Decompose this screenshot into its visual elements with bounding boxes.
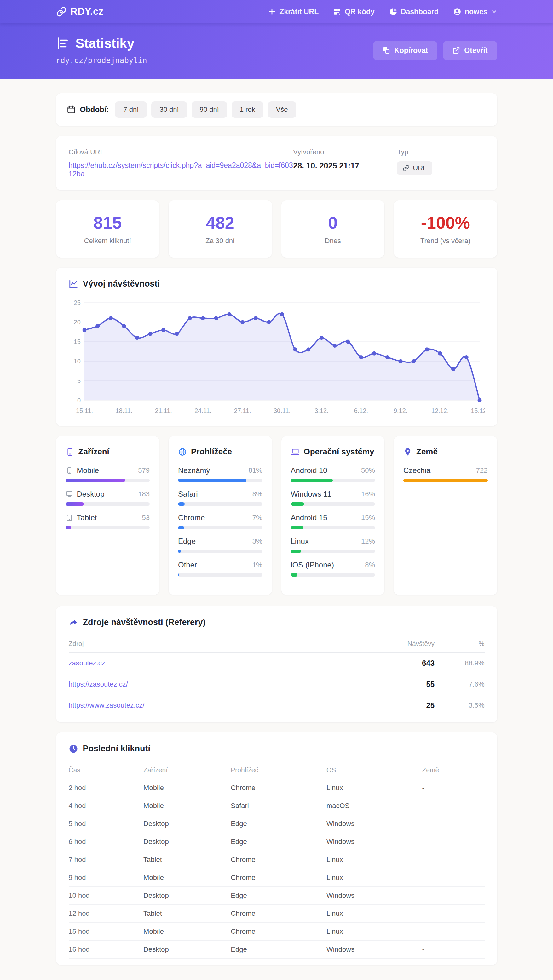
referrer-source-link[interactable]: https://www.zasoutez.cz/ <box>69 701 145 709</box>
svg-text:0: 0 <box>77 397 80 404</box>
os-row-label: Android 10 <box>291 466 327 475</box>
click-cell-country: - <box>422 905 484 923</box>
visits-chart-card: Vývoj návštěvnosti 051015202515.11.18.11… <box>56 268 497 426</box>
user-icon <box>453 8 461 16</box>
stat-label: Za 30 dní <box>175 237 266 245</box>
period-option-30-dní[interactable]: 30 dní <box>151 102 187 118</box>
os-row: iOS (iPhone) 8% <box>291 560 375 577</box>
last-clicks-body: 2 hodMobileChromeLinux-4 hodMobileSafari… <box>69 779 484 959</box>
referrer-row: https://www.zasoutez.cz/ 25 3.5% <box>69 695 484 716</box>
svg-text:15: 15 <box>73 338 80 345</box>
click-cell-time: 4 hod <box>69 797 144 815</box>
devices-bar-track <box>65 502 150 506</box>
type-badge: URL <box>397 161 432 175</box>
click-row: 7 hodTabletChromeLinux- <box>69 851 484 869</box>
nav-shorten-url[interactable]: Zkrátit URL <box>268 8 319 16</box>
os-bar-track <box>291 502 375 506</box>
copy-icon <box>382 47 390 54</box>
nav-dashboard[interactable]: Dashboard <box>389 8 438 16</box>
target-url-label: Cílová URL <box>69 148 293 156</box>
pie-chart-icon <box>389 8 397 16</box>
clicks-header-browser: Prohlížeč <box>231 763 327 779</box>
period-option-1-rok[interactable]: 1 rok <box>232 102 263 118</box>
os-row: Windows 11 16% <box>291 490 375 506</box>
devices-row-value: 183 <box>138 490 150 498</box>
referrers-header-pct: % <box>435 637 484 653</box>
period-option-90-dní[interactable]: 90 dní <box>191 102 227 118</box>
stat-value: 815 <box>62 213 153 232</box>
referrer-visits: 25 <box>368 695 435 716</box>
referrer-pct: 88.9% <box>435 653 484 674</box>
chart-title: Vývoj návštěvnosti <box>83 279 160 289</box>
click-cell-time: 15 hod <box>69 923 144 941</box>
click-cell-time: 12 hod <box>69 905 144 923</box>
click-cell-time: 5 hod <box>69 815 144 833</box>
referrer-source-link[interactable]: https://zasoutez.cz/ <box>69 680 128 688</box>
copy-button[interactable]: Kopírovat <box>373 41 437 60</box>
click-row: 16 hodDesktopEdgeWindows- <box>69 941 484 959</box>
svg-text:20: 20 <box>73 319 80 326</box>
browsers-bar-fill <box>178 573 179 577</box>
os-title: Operační systémy <box>291 447 375 457</box>
browsers-row-label: Neznámý <box>178 466 210 475</box>
click-cell-browser: Edge <box>231 887 327 905</box>
click-cell-device: Tablet <box>143 905 231 923</box>
browsers-row-value: 1% <box>252 561 263 569</box>
nav-shorten-label: Zkrátit URL <box>279 8 319 16</box>
browsers-row-label: Chrome <box>178 513 205 522</box>
clicks-header-country: Země <box>422 763 484 779</box>
click-cell-country: - <box>422 887 484 905</box>
countries-bar-track <box>403 479 488 482</box>
referrer-row: https://zasoutez.cz/ 55 7.6% <box>69 674 484 695</box>
click-cell-os: macOS <box>327 797 422 815</box>
svg-text:6.12.: 6.12. <box>354 407 368 414</box>
period-option-7-dní[interactable]: 7 dní <box>115 102 147 118</box>
referrer-visits: 643 <box>368 653 435 674</box>
click-cell-device: Mobile <box>143 923 231 941</box>
click-cell-country: - <box>422 815 484 833</box>
click-cell-browser: Chrome <box>231 905 327 923</box>
browsers-bar-track <box>178 479 263 482</box>
card-browsers: Prohlížeče Neznámý 81% Safari 8% Chrome … <box>169 436 272 595</box>
devices-bar-track <box>65 479 150 482</box>
map-pin-icon <box>403 447 412 456</box>
nav-qr-codes[interactable]: QR kódy <box>333 8 375 16</box>
click-cell-os: Windows <box>327 833 422 851</box>
click-cell-device: Desktop <box>143 887 231 905</box>
devices-row-label: Mobile <box>77 466 99 475</box>
open-button[interactable]: Otevřít <box>443 41 497 60</box>
os-bar-fill <box>291 526 303 529</box>
calendar-icon <box>67 105 76 114</box>
click-cell-country: - <box>422 833 484 851</box>
globe-icon <box>178 447 187 456</box>
click-cell-browser: Edge <box>231 941 327 959</box>
plus-icon <box>268 8 276 16</box>
external-link-icon <box>453 47 460 54</box>
stat-value: 0 <box>288 213 378 232</box>
click-cell-browser: Edge <box>231 815 327 833</box>
brand-logo[interactable]: RDY.cz <box>56 6 104 18</box>
os-bar-track <box>291 526 375 529</box>
last-clicks-table: Čas Zařízení Prohlížeč OS Země 2 hodMobi… <box>69 763 484 959</box>
laptop-icon <box>291 447 300 456</box>
browsers-bar-track <box>178 502 263 506</box>
type-value: URL <box>413 164 427 172</box>
user-menu[interactable]: nowes <box>453 8 497 16</box>
countries-bar-fill <box>403 479 488 482</box>
countries-title: Země <box>403 447 488 457</box>
referrer-source-link[interactable]: zasoutez.cz <box>69 659 105 667</box>
chevron-down-icon <box>491 8 497 15</box>
click-cell-os: Linux <box>327 905 422 923</box>
browsers-bar-track <box>178 526 263 529</box>
period-option-vše[interactable]: Vše <box>268 102 296 118</box>
os-row-value: 12% <box>361 537 375 546</box>
referrer-visits: 55 <box>368 674 435 695</box>
stat-card: -100% Trend (vs včera) <box>394 200 497 258</box>
target-url-link[interactable]: https://ehub.cz/system/scripts/click.php… <box>69 161 293 178</box>
click-cell-device: Mobile <box>143 869 231 887</box>
brand-name: RDY.cz <box>70 6 104 18</box>
desktop-icon <box>65 490 73 498</box>
click-cell-browser: Chrome <box>231 869 327 887</box>
bar-chart-icon <box>56 37 70 50</box>
click-cell-time: 6 hod <box>69 833 144 851</box>
